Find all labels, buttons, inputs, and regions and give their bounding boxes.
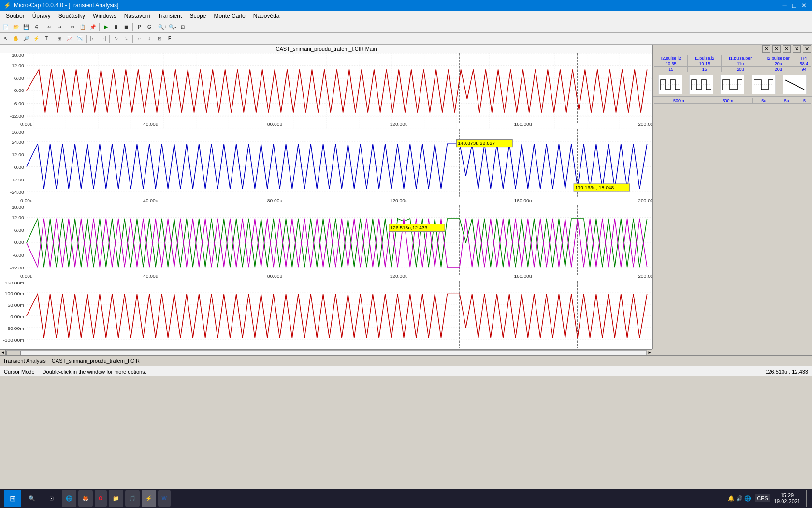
menu-upravy[interactable]: Úpravy xyxy=(29,12,55,20)
tb2-cursor2[interactable]: →| xyxy=(98,34,108,44)
rp-r2c3: 20u xyxy=(721,67,759,72)
search-button[interactable]: 🔍 xyxy=(23,490,41,507)
taskbar-firefox[interactable]: 🦊 xyxy=(78,490,93,507)
sep1 xyxy=(43,23,43,31)
close-button[interactable]: ✕ xyxy=(799,1,808,10)
menu-scope[interactable]: Scope xyxy=(186,12,210,20)
tb-copy[interactable]: 📋 xyxy=(78,22,87,32)
scroll-right[interactable]: ► xyxy=(647,350,652,356)
taskbar-icons: 🔔 🔊 🌐 xyxy=(728,495,751,502)
rp-close-3[interactable]: ✕ xyxy=(783,45,791,53)
tb2-scope2[interactable]: 📉 xyxy=(75,34,85,44)
clock-display[interactable]: 15:29 19.02.2021 xyxy=(774,493,800,504)
svg-text:-12.00: -12.00 xyxy=(10,177,24,182)
menu-windows[interactable]: Windows xyxy=(89,12,120,20)
tb-redo[interactable]: ↪ xyxy=(55,22,64,32)
menu-soubor[interactable]: Soubor xyxy=(2,12,29,20)
rp-col5-h: R4 xyxy=(798,55,811,61)
svg-text:-12.00: -12.00 xyxy=(10,113,24,118)
menu-monte-carlo[interactable]: Monte Carlo xyxy=(210,12,249,20)
status-bar: Cursor Mode Double-click in the window f… xyxy=(0,366,812,376)
rp-close-4[interactable]: ✕ xyxy=(793,45,801,53)
tb-stop[interactable]: ⏹ xyxy=(121,22,131,32)
menu-transient[interactable]: Transient xyxy=(154,12,186,20)
task-view-button[interactable]: ⊡ xyxy=(43,490,60,507)
tb2-grid[interactable]: ⊞ xyxy=(55,34,64,44)
menu-nastaveni[interactable]: Nastavení xyxy=(120,12,154,20)
chart-area[interactable]: CAST_snimani_proudu_trafem_I.CIR Main xyxy=(0,45,652,349)
svg-text:179.163u,-18.048: 179.163u,-18.048 xyxy=(575,185,614,190)
scroll-track[interactable] xyxy=(6,350,647,355)
tb-run[interactable]: ▶ xyxy=(101,22,111,32)
tb-undo[interactable]: ↩ xyxy=(44,22,54,32)
svg-text:50.00m: 50.00m xyxy=(8,302,24,308)
tb-zoom-fit[interactable]: ⊡ xyxy=(178,22,188,32)
svg-text:36.00: 36.00 xyxy=(12,129,24,134)
window-controls: ─ □ ✕ xyxy=(780,1,808,10)
rp-r1c3: 11u xyxy=(721,61,759,67)
tb-print[interactable]: 🖨 xyxy=(31,22,41,32)
tb2-cursor1[interactable]: |← xyxy=(88,34,98,44)
tb-paste[interactable]: 📌 xyxy=(88,22,98,32)
taskbar-microcap[interactable]: ⚡ xyxy=(142,490,156,507)
menu-napoveda[interactable]: Nápověda xyxy=(249,12,284,20)
analysis-file: CAST_snimani_proudu_trafem_I.CIR xyxy=(52,358,140,364)
svg-text:160.00u: 160.00u xyxy=(514,274,532,279)
taskbar-explorer[interactable]: 📁 xyxy=(109,490,123,507)
chart-panel-3[interactable]: 18.00 12.00 6.00 0.00 -6.00 -12.00 0.00u… xyxy=(0,205,652,281)
show-desktop-button[interactable] xyxy=(806,490,808,507)
taskbar-edge[interactable]: 🌐 xyxy=(62,490,76,507)
tb2-f[interactable]: F xyxy=(165,34,174,44)
tb-g[interactable]: G xyxy=(145,22,154,32)
tb2-zoom-y[interactable]: ↕ xyxy=(145,34,154,44)
svg-text:18.00: 18.00 xyxy=(12,205,24,209)
tb-zoom-in[interactable]: 🔍+ xyxy=(158,22,167,32)
taskbar: ⊞ 🔍 ⊡ 🌐 🦊 O 📁 🎵 ⚡ W 🔔 🔊 🌐 CES xyxy=(0,489,812,508)
rp-col2-h: I1.pulse.i2 xyxy=(688,55,721,61)
rp-close-5[interactable]: ✕ xyxy=(803,45,811,53)
tb2-hand[interactable]: ✋ xyxy=(11,34,21,44)
scroll-left[interactable]: ◄ xyxy=(0,350,6,356)
svg-text:140.873u,22.627: 140.873u,22.627 xyxy=(458,141,495,146)
sep7 xyxy=(86,35,87,43)
scroll-thumb[interactable] xyxy=(6,351,21,356)
taskbar-music[interactable]: 🎵 xyxy=(125,490,140,507)
tb-new[interactable]: 📄 xyxy=(1,22,11,32)
rp-col3-h: I1.pulse.per xyxy=(721,55,759,61)
tb2-text[interactable]: T xyxy=(42,34,51,44)
taskbar-word[interactable]: W xyxy=(158,490,171,507)
tb-p[interactable]: P xyxy=(134,22,144,32)
rp-close-2[interactable]: ✕ xyxy=(772,45,781,53)
tb-save[interactable]: 💾 xyxy=(21,22,31,32)
tb2-probe[interactable]: ⚡ xyxy=(31,34,41,44)
chart-panel-2[interactable]: 36.00 24.00 12.00 0.00 -12.00 -24.00 0.0… xyxy=(0,129,652,205)
maximize-button[interactable]: □ xyxy=(790,1,798,10)
tb-zoom-out[interactable]: 🔍- xyxy=(168,22,177,32)
svg-text:120.00u: 120.00u xyxy=(390,198,408,203)
svg-text:0.00u: 0.00u xyxy=(20,198,33,203)
start-button[interactable]: ⊞ xyxy=(4,490,21,507)
rp-close-1[interactable]: ✕ xyxy=(762,45,770,53)
tb2-measure1[interactable]: ∿ xyxy=(111,34,121,44)
taskbar-right: 🔔 🔊 🌐 CES 15:29 19.02.2021 xyxy=(728,490,808,507)
svg-text:40.00u: 40.00u xyxy=(143,198,158,203)
sep6 xyxy=(53,35,53,43)
tb2-zoom-x[interactable]: ↔ xyxy=(134,34,144,44)
minimize-button[interactable]: ─ xyxy=(780,1,789,10)
tb2-fit[interactable]: ⊡ xyxy=(155,34,164,44)
tb2-zoom-rect[interactable]: 🔎 xyxy=(21,34,31,44)
tb-cut[interactable]: ✂ xyxy=(68,22,77,32)
chart-panel-4[interactable]: 150.00m 100.00m 50.00m 0.00m -50.00m -10… xyxy=(0,281,652,349)
tb-open[interactable]: 📂 xyxy=(11,22,21,32)
hscrollbar[interactable]: ◄ ► xyxy=(0,349,652,355)
tb2-scope1[interactable]: 📈 xyxy=(65,34,74,44)
taskbar-opera[interactable]: O xyxy=(95,490,107,507)
svg-text:-6.00: -6.00 xyxy=(13,253,24,258)
tb2-measure2[interactable]: ≈ xyxy=(121,34,131,44)
tb-pause[interactable]: ⏸ xyxy=(111,22,121,32)
svg-text:12.00: 12.00 xyxy=(12,215,24,220)
tb2-cursor[interactable]: ↖ xyxy=(1,34,11,44)
menu-soucástky[interactable]: Součástky xyxy=(55,12,89,20)
chart-panel-1[interactable]: 18.00 12.00 6.00 0.00 -6.00 -12.00 0.00u… xyxy=(0,53,652,129)
analysis-bar: Transient Analysis CAST_snimani_proudu_t… xyxy=(0,355,812,366)
